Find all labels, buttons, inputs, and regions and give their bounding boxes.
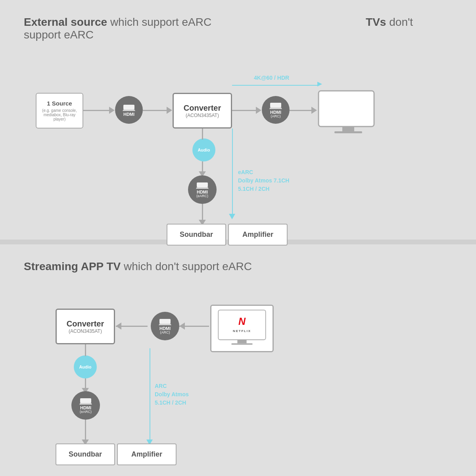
hdmi1-icon bbox=[123, 103, 135, 111]
arrow-hdmi1-conv bbox=[143, 110, 169, 111]
hdmi-arc-circle: HDMI (ARC) bbox=[262, 96, 290, 124]
s2-audio-circle: Audio bbox=[74, 355, 97, 378]
section1-title-normal: which support eARC bbox=[107, 16, 211, 28]
blue-arrow-4k bbox=[232, 85, 319, 86]
source-box: 1 Source (e.g. game console, mediabox, B… bbox=[36, 93, 83, 129]
s2-hdmi-arc-circle: HDMI (ARC) bbox=[151, 312, 179, 340]
netflix-tv-box: N NETFLIX bbox=[210, 305, 274, 352]
section2-title-bold: Streaming APP TV bbox=[24, 260, 121, 273]
arrow-hdmiarc-tv-head bbox=[311, 107, 317, 114]
s2-amplifier-label: Amplifier bbox=[131, 450, 162, 459]
source-sub: (e.g. game console, mediabox, Blu-ray pl… bbox=[40, 108, 79, 121]
hdmi-arc-sub: (ARC) bbox=[271, 115, 281, 119]
s2-hdmi-earc-icon bbox=[79, 397, 92, 405]
hdmi-earc-icon bbox=[196, 181, 209, 189]
svg-rect-7 bbox=[197, 182, 208, 187]
s2-converter-label: Converter bbox=[67, 319, 104, 328]
blue-arrow-down-head bbox=[229, 214, 235, 219]
arrow-conv-hdmiarc-head bbox=[256, 107, 261, 114]
s2-hdmi-arc-sub: (ARC) bbox=[160, 331, 170, 335]
s2-hdmi-arc-icon bbox=[159, 317, 171, 325]
svg-marker-10 bbox=[159, 324, 171, 325]
s2-info-arc: ARC Dolby Atmos 5.1CH / 2CH bbox=[155, 382, 189, 407]
audio-label: Audio bbox=[198, 148, 210, 152]
info-earc: eARC Dolby Atmos 7.1CH 5.1CH / 2CH bbox=[238, 168, 289, 193]
section1-title-bold: External source bbox=[24, 16, 107, 28]
blue-arrow-4k-head bbox=[317, 82, 322, 86]
s2-amplifier-box: Amplifier bbox=[117, 443, 177, 465]
s2-audio-label: Audio bbox=[79, 365, 91, 369]
blue-line-down bbox=[232, 129, 233, 216]
info-4k: 4K@60 / HDR bbox=[254, 74, 289, 82]
arrow-source-hdmi bbox=[83, 110, 111, 111]
hdmi-arc-icon bbox=[269, 101, 282, 109]
svg-marker-3 bbox=[269, 107, 282, 109]
s2-converter-sub: (ACON3435AT) bbox=[69, 328, 102, 334]
hdmi-earc-sub: (eARC) bbox=[196, 194, 208, 198]
s2-tv-shape: N NETFLIX bbox=[214, 309, 270, 348]
svg-rect-6 bbox=[334, 131, 362, 133]
svg-rect-15 bbox=[231, 343, 252, 345]
svg-text:N: N bbox=[238, 316, 246, 327]
svg-rect-14 bbox=[237, 340, 246, 344]
source-label: 1 Source bbox=[47, 100, 72, 107]
soundbar-box: Soundbar bbox=[167, 224, 226, 246]
svg-marker-17 bbox=[79, 403, 92, 405]
arrow-hdmi1-conv-head bbox=[167, 107, 172, 114]
s2-hdmi-earc-circle: HDMI (eARC) bbox=[71, 391, 100, 420]
s2-line-conv-audio bbox=[85, 344, 86, 356]
svg-rect-2 bbox=[270, 103, 281, 107]
audio-circle: Audio bbox=[192, 138, 215, 161]
converter-box: Converter (ACON3435AT) bbox=[173, 93, 232, 129]
s2-converter-box: Converter (ACON3435AT) bbox=[56, 309, 115, 344]
s2-blue-line-vert bbox=[150, 348, 150, 441]
svg-text:NETFLIX: NETFLIX bbox=[233, 329, 251, 333]
section1-title: External source which support eARC TVs d… bbox=[24, 16, 452, 41]
section2-diagram: Converter (ACON3435AT) HDMI (ARC) N NE bbox=[24, 285, 452, 476]
svg-marker-1 bbox=[123, 109, 135, 111]
arrow-hdmiarc-tv bbox=[290, 110, 313, 111]
section1-diagram: 1 Source (e.g. game console, mediabox, B… bbox=[24, 53, 452, 220]
svg-rect-4 bbox=[319, 91, 374, 127]
s2-line-earc-soundbar bbox=[85, 420, 86, 441]
svg-rect-16 bbox=[80, 398, 91, 403]
section-2: Streaming APP TV which don't support eAR… bbox=[0, 244, 476, 476]
arrow-source-hdmi-head bbox=[109, 107, 115, 114]
hdmi1-circle: HDMI bbox=[115, 96, 143, 124]
svg-rect-5 bbox=[342, 127, 354, 131]
arrow-conv-hdmiarc bbox=[232, 110, 258, 111]
s2-soundbar-box: Soundbar bbox=[56, 443, 115, 465]
s2-arrow-head-left bbox=[116, 322, 121, 330]
section2-title-normal: which don't support eARC bbox=[121, 260, 252, 273]
hdmi-earc-circle: HDMI (eARC) bbox=[188, 175, 217, 204]
tv-shape bbox=[317, 89, 380, 136]
soundbar-label: Soundbar bbox=[180, 230, 213, 239]
amplifier-label: Amplifier bbox=[242, 230, 273, 239]
line-conv-audio bbox=[202, 129, 203, 140]
section1-subtitle-bold: TVs bbox=[366, 16, 386, 28]
svg-marker-8 bbox=[196, 187, 209, 189]
line-earc-outputs bbox=[202, 204, 203, 222]
converter-label: Converter bbox=[184, 104, 221, 113]
section-1: External source which support eARC TVs d… bbox=[0, 0, 476, 240]
amplifier-box: Amplifier bbox=[228, 224, 288, 246]
s2-hdmi-earc-sub: (eARC) bbox=[80, 410, 92, 414]
section2-title: Streaming APP TV which don't support eAR… bbox=[24, 260, 452, 273]
converter-sub: (ACON3435AT) bbox=[186, 113, 219, 118]
svg-rect-9 bbox=[159, 319, 171, 324]
s2-soundbar-label: Soundbar bbox=[69, 450, 102, 459]
s2-arrow-netflix-hdmi-head bbox=[179, 322, 185, 330]
hdmi1-label: HDMI bbox=[123, 112, 134, 117]
svg-rect-0 bbox=[123, 105, 134, 109]
